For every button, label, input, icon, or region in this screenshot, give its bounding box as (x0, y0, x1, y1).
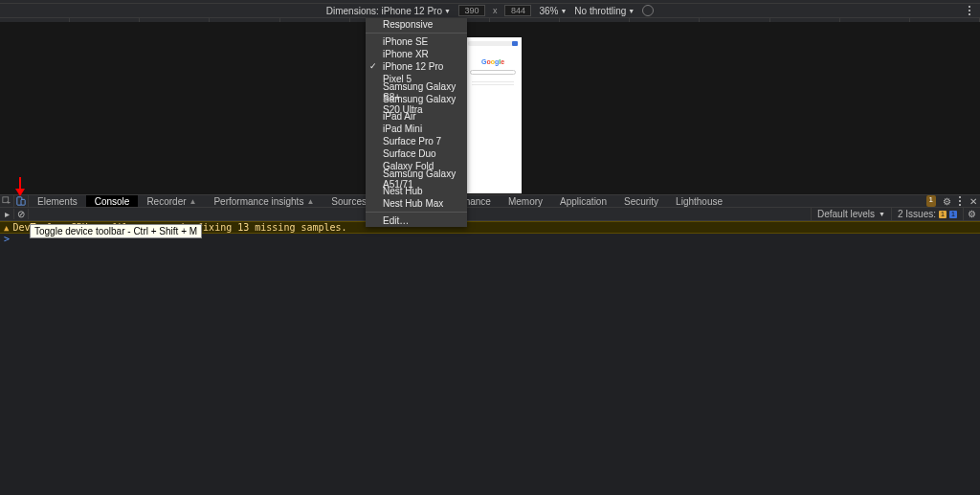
tab-label: Elements (37, 196, 78, 207)
menu-item-label: iPad Air (383, 111, 415, 122)
tab-console[interactable]: Console (86, 195, 139, 207)
menu-item-iphone-xr[interactable]: iPhone XR (366, 48, 467, 60)
menu-item-surface-duo[interactable]: Surface Duo (366, 147, 467, 160)
dimensions-dropdown[interactable]: Dimensions: iPhone 12 Pro ▼ (326, 6, 451, 16)
preview-line (472, 81, 514, 82)
chevron-down-icon: ▼ (879, 211, 885, 217)
kebab-menu-icon[interactable] (953, 195, 967, 207)
dimensions-label: Dimensions: (326, 6, 379, 16)
device-name: iPhone 12 Pro (382, 6, 442, 16)
console-sidebar-toggle-icon[interactable]: ▸ (0, 209, 14, 219)
menu-item-iphone-12-pro[interactable]: ✓iPhone 12 Pro (366, 60, 467, 73)
console-settings-gear-icon[interactable]: ⚙ (963, 208, 980, 220)
height-input[interactable]: 844 (504, 5, 531, 16)
tab-security[interactable]: Security (615, 195, 667, 207)
menu-item-label: Responsive (383, 19, 433, 30)
tab-elements[interactable]: Elements (29, 195, 86, 207)
menu-item-ipad-air[interactable]: iPad Air (366, 110, 467, 123)
log-levels-dropdown[interactable]: Default levels ▼ (811, 208, 891, 220)
tab-label: Performance insights (213, 196, 303, 207)
tab-label: Sources (331, 196, 367, 207)
settings-gear-icon[interactable]: ⚙ (940, 195, 953, 207)
width-input[interactable]: 390 (458, 5, 485, 16)
tab-label: Security (624, 196, 658, 207)
svg-rect-2 (21, 199, 25, 205)
preview-urlbar (468, 41, 518, 46)
device-menu[interactable]: ResponsiveiPhone SEiPhone XR✓iPhone 12 P… (366, 18, 467, 227)
rotate-icon[interactable] (642, 5, 654, 16)
tab-performance-insights[interactable]: Performance insights▲ (205, 195, 323, 207)
preview-badge-icon: ▲ (306, 197, 314, 206)
device-toolbar: Dimensions: iPhone 12 Pro ▼ 390 x 844 36… (0, 4, 980, 18)
info-count-badge: 1 (949, 211, 957, 218)
warnings-badge[interactable]: 1 (926, 195, 936, 207)
clear-console-icon[interactable]: ⊘ (14, 209, 29, 219)
console-body[interactable] (0, 245, 980, 495)
tab-application[interactable]: Application (551, 195, 615, 207)
menu-item-nest-hub[interactable]: Nest Hub (366, 185, 467, 197)
phone-preview[interactable]: Google (464, 37, 522, 193)
preview-badge-icon: ▲ (189, 197, 197, 206)
menu-item-iphone-se[interactable]: iPhone SE (366, 35, 467, 48)
checkmark-icon: ✓ (369, 61, 377, 71)
preview-line (472, 84, 514, 85)
device-viewport: Google (0, 22, 980, 194)
zoom-dropdown[interactable]: 36% ▼ (539, 6, 567, 16)
tab-label: Recorder (146, 196, 186, 207)
throttling-dropdown[interactable]: No throttling ▼ (574, 6, 635, 16)
tab-recorder[interactable]: Recorder▲ (138, 195, 205, 207)
menu-item-responsive[interactable]: Responsive (366, 18, 467, 31)
menu-item-label: Nest Hub (383, 186, 423, 196)
menu-item-label: iPhone XR (383, 49, 429, 59)
issues-label: 2 Issues: (898, 209, 936, 219)
menu-item-samsung-galaxy-a51-71[interactable]: Samsung Galaxy A51/71 (366, 172, 467, 185)
preview-searchbox (470, 70, 516, 75)
menu-item-label: iPad Mini (383, 124, 422, 134)
google-logo: Google (464, 58, 522, 65)
throttling-value: No throttling (574, 6, 626, 16)
chevron-down-icon: ▼ (444, 8, 451, 14)
menu-item-label: iPhone SE (383, 36, 428, 47)
tooltip: Toggle device toolbar - Ctrl + Shift + M (30, 224, 202, 238)
log-levels-label: Default levels (817, 209, 875, 219)
menu-item-edit[interactable]: Edit… (366, 214, 467, 227)
menu-separator (366, 33, 467, 34)
menu-item-label: Nest Hub Max (383, 198, 443, 209)
menu-item-label: iPhone 12 Pro (383, 61, 443, 72)
warning-triangle-icon: ▲ (4, 223, 9, 233)
close-devtools-icon[interactable]: ✕ (967, 195, 980, 207)
warning-count-badge: 1 (939, 211, 947, 218)
menu-item-nest-hub-max[interactable]: Nest Hub Max (366, 197, 467, 210)
menu-item-samsung-galaxy-s20-ultra[interactable]: Samsung Galaxy S20 Ultra (366, 98, 467, 110)
tab-lighthouse[interactable]: Lighthouse (667, 195, 731, 207)
menu-separator (366, 212, 467, 213)
zoom-value: 36% (539, 6, 558, 16)
red-arrow-annotation (13, 175, 27, 198)
tab-memory[interactable]: Memory (500, 195, 551, 207)
chevron-down-icon: ▼ (560, 8, 567, 14)
tab-label: Console (95, 196, 130, 207)
menu-item-ipad-mini[interactable]: iPad Mini (366, 123, 467, 135)
tab-label: Lighthouse (676, 196, 723, 207)
tab-label: Application (560, 196, 607, 207)
dimension-x: x (493, 6, 498, 15)
issues-indicator[interactable]: 2 Issues: 1 1 (891, 208, 963, 220)
menu-item-surface-pro-7[interactable]: Surface Pro 7 (366, 135, 467, 147)
kebab-menu-icon[interactable] (969, 6, 970, 15)
devtools-tabs: ElementsConsoleRecorder▲Performance insi… (0, 194, 980, 208)
menu-item-label: Surface Duo (383, 148, 436, 159)
inspect-element-icon[interactable] (0, 195, 14, 207)
tab-label: Memory (508, 196, 543, 207)
menu-item-label: Edit… (383, 215, 409, 226)
menu-item-label: Surface Pro 7 (383, 136, 441, 146)
chevron-down-icon: ▼ (628, 8, 635, 14)
console-toolbar: ▸ ⊘ Default levels ▼ 2 Issues: 1 1 ⚙ (0, 208, 980, 221)
